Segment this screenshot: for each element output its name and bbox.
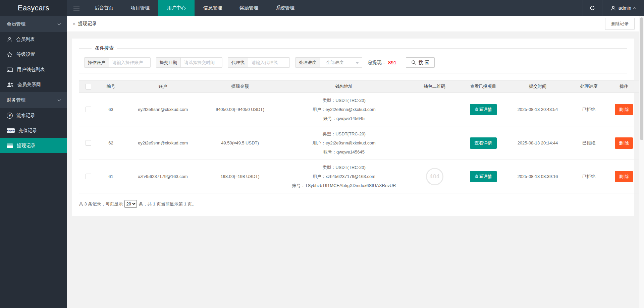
cell-id: 61: [98, 160, 124, 193]
sidebar-item-user-wallets[interactable]: 用户钱包列表: [0, 62, 67, 77]
col-id: 编号: [98, 80, 124, 93]
primary-nav: 后台首页 项目管理 用户中心 信息管理 奖励管理 系统管理: [86, 0, 303, 16]
col-action: 操作: [609, 80, 639, 93]
delete-button[interactable]: 删 除: [615, 171, 633, 182]
wallet-account-value: qwqwe145645: [336, 116, 365, 121]
sidebar-item-member-network[interactable]: 会员关系网: [0, 77, 67, 92]
refresh-icon: [589, 5, 595, 11]
pagination-suffix: 条，共 1 页当前显示第 1 页。: [139, 201, 196, 207]
sidebar-toggle-button[interactable]: [67, 0, 86, 16]
wallet-type-label: 类型：: [322, 165, 335, 170]
row-checkbox[interactable]: [86, 107, 91, 112]
filter-row: 操作账户 提交日期 代理线 处理进度 - 全部进度 -: [84, 57, 622, 68]
cell-id: 62: [98, 126, 124, 160]
agent-line-input[interactable]: [248, 58, 289, 67]
sidebar-group-label: 会员管理: [7, 21, 25, 27]
view-details-button[interactable]: 查看详情: [470, 137, 497, 149]
cell-wallet: 类型：USDT(TRC-20) 用户：ey2t2e9snn@xkxkud.com…: [279, 93, 410, 126]
app-logo: Easycars: [0, 0, 67, 16]
qr-404-badge: 404: [426, 168, 443, 185]
sidebar: 会员管理 会员列表 等级设置 用户钱包列表 会员关系网 财务管理 ¥ 流水记录 …: [0, 16, 67, 308]
filter-label: 操作账户: [85, 58, 109, 67]
cell-id: 63: [98, 93, 124, 126]
top-navbar: Easycars 后台首页 项目管理 用户中心 信息管理 奖励管理 系统管理 a…: [0, 0, 644, 16]
sidebar-item-withdraw-records[interactable]: 提现记录: [0, 138, 67, 153]
nav-tab-rewards[interactable]: 奖励管理: [231, 0, 267, 16]
sidebar-item-level-settings[interactable]: 等级设置: [0, 47, 67, 62]
table-header-row: 编号 账户 提现金额 钱包地址 钱包二维码 查看已投项目 提交时间 处理进度 操…: [79, 80, 639, 93]
wallet-account-label: 账号：: [323, 116, 336, 121]
sidebar-item-member-list[interactable]: 会员列表: [0, 32, 67, 47]
row-checkbox[interactable]: [86, 174, 91, 179]
wallet-user-value: ey2t2e9snn@xkxkud.com: [325, 140, 375, 145]
sidebar-group-label: 财务管理: [7, 97, 25, 103]
delete-records-button[interactable]: 删除记录: [605, 18, 635, 30]
cell-time: 2025-08-13 20:14:44: [507, 126, 569, 160]
col-wallet-address: 钱包地址: [279, 80, 410, 93]
operator-account-input[interactable]: [109, 58, 150, 67]
nav-tab-projects[interactable]: 项目管理: [122, 0, 158, 16]
wallet-type-label: 类型：: [322, 98, 335, 103]
vertical-scrollbar[interactable]: [639, 16, 644, 308]
content-card: 条件搜索 操作账户 提交日期 代理线 处理进度 - 全部进度 -: [72, 39, 634, 216]
wallet-user-label: 用户：: [313, 174, 326, 179]
records-table: 编号 账户 提现金额 钱包地址 钱包二维码 查看已投项目 提交时间 处理进度 操…: [79, 80, 639, 193]
progress-select[interactable]: - 全部进度 -: [320, 58, 362, 67]
sidebar-item-deposit-records[interactable]: PayPal 充值记录: [0, 123, 67, 138]
search-button-label: 搜 索: [419, 60, 429, 66]
delete-button[interactable]: 删 除: [615, 137, 633, 149]
submit-date-input[interactable]: [181, 58, 222, 67]
filter-operator-account: 操作账户: [84, 57, 151, 68]
chevron-up-icon: [633, 7, 637, 10]
sidebar-item-label: 充值记录: [18, 128, 37, 134]
row-checkbox[interactable]: [86, 140, 91, 146]
search-button[interactable]: 搜 索: [406, 57, 435, 68]
sidebar-group-members[interactable]: 会员管理: [0, 16, 67, 32]
per-page-select[interactable]: 20: [124, 200, 137, 208]
chevron-down-icon: [58, 98, 61, 101]
breadcrumb: » 提现记录 删除记录: [67, 16, 644, 32]
delete-button[interactable]: 删 除: [615, 104, 633, 115]
wallet-type-value: USDT(TRC-20): [335, 165, 366, 170]
search-fieldset: 条件搜索 操作账户 提交日期 代理线 处理进度 - 全部进度 -: [79, 45, 627, 73]
page-title: 提现记录: [78, 21, 97, 27]
scrollbar-thumb[interactable]: [640, 17, 643, 140]
sidebar-item-label: 等级设置: [16, 52, 35, 58]
sidebar-group-finance[interactable]: 财务管理: [0, 92, 67, 108]
users-icon: [7, 82, 14, 87]
nav-tab-system[interactable]: 系统管理: [267, 0, 303, 16]
main-content: » 提现记录 删除记录 条件搜索 操作账户 提交日期 代理线: [67, 16, 644, 308]
search-legend: 条件搜索: [92, 45, 117, 51]
cell-account: ey2t2e9snn@xkxkud.com: [124, 126, 202, 160]
cell-time: 2025-08-13 08:39:16: [507, 160, 569, 193]
cell-account: ey2t2e9snn@xkxkud.com: [124, 93, 202, 126]
pagination-prefix: 共 3 条记录，每页显示: [79, 201, 123, 207]
filter-label: 提交日期: [156, 58, 181, 67]
hamburger-icon: [73, 6, 79, 10]
sidebar-item-flow-records[interactable]: ¥ 流水记录: [0, 108, 67, 123]
pagination: 共 3 条记录，每页显示 20 条，共 1 页当前显示第 1 页。: [79, 200, 627, 208]
cell-qr: [410, 126, 460, 160]
wallet-user-value: ey2t2e9snn@xkxkud.com: [325, 107, 375, 112]
view-details-button[interactable]: 查看详情: [470, 104, 497, 115]
total-withdraw-value: 891: [388, 60, 396, 65]
table-row: 61 xzh456237179@163.com 198.00(≈198 USDT…: [79, 160, 639, 193]
yen-circle-icon: ¥: [7, 113, 13, 119]
sidebar-item-label: 会员列表: [16, 37, 35, 43]
select-all-checkbox[interactable]: [86, 84, 91, 89]
nav-tab-dashboard[interactable]: 后台首页: [86, 0, 122, 16]
filter-label: 处理进度: [296, 58, 320, 67]
card-icon: [7, 143, 13, 148]
status-badge: 已拒绝: [569, 93, 609, 126]
nav-tab-info[interactable]: 信息管理: [195, 0, 231, 16]
wallet-icon: [7, 67, 13, 72]
sidebar-item-label: 会员关系网: [17, 82, 41, 88]
col-wallet-qr: 钱包二维码: [410, 80, 460, 93]
view-details-button[interactable]: 查看详情: [470, 171, 497, 182]
nav-tab-user-center[interactable]: 用户中心: [158, 0, 195, 16]
filter-agent-line: 代理线: [228, 57, 290, 68]
refresh-button[interactable]: [583, 0, 602, 16]
sidebar-item-label: 流水记录: [16, 113, 35, 119]
wallet-account-label: 账号：: [292, 183, 305, 188]
user-menu[interactable]: admin: [602, 0, 644, 16]
